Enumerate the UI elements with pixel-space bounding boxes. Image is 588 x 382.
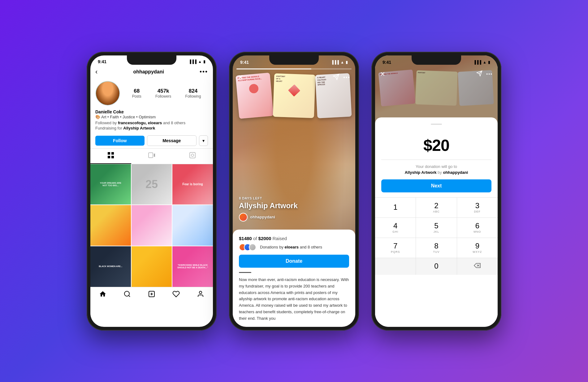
avatar (95, 81, 120, 106)
svg-marker-5 (154, 153, 155, 157)
follow-button[interactable]: Follow (95, 136, 145, 146)
status-bar-3: 9:41 ▐▐▐ ▲ ▮ (375, 55, 498, 66)
close-story-button[interactable]: ✕ (238, 73, 243, 81)
battery-icon-2: ▮ (346, 60, 348, 64)
fundraiser-sheet: $1480 of $2000 Raised Donations by eloea… (233, 230, 355, 327)
following-label: Following (185, 94, 201, 99)
grid-item-1[interactable]: YOUR DREAMS ARENOT TOO BIG... (90, 164, 131, 205)
key-empty (375, 258, 416, 275)
profile-header: ‹ ohhappydani ••• (90, 65, 213, 78)
profile-stats-row: 68 Posts 457k Followers 824 Following (90, 78, 213, 108)
profile-tabs (90, 148, 213, 164)
stat-followers[interactable]: 457k Followers (155, 88, 171, 99)
svg-point-8 (124, 291, 129, 296)
story-progress (236, 68, 352, 69)
donation-story-controls: ✕ ••• (375, 68, 498, 81)
phone-story: READING THE SIGNALSALLYSHIP DURING RACE.… (229, 52, 359, 331)
battery-icon-3: ▮ (488, 60, 490, 64)
posts-count: 68 (132, 88, 141, 94)
phone-donate: READING THE SIGNALS ANATOMY 9:41 ▐▐▐ ▲ ▮ (371, 52, 501, 331)
key-8[interactable]: 8 TUV (416, 238, 456, 258)
more-donation-button[interactable]: ••• (486, 72, 493, 77)
message-button[interactable]: Message (147, 135, 197, 146)
svg-point-13 (199, 291, 202, 294)
story-author-name: ohhappydani (250, 215, 275, 219)
wifi-icon: ▲ (198, 59, 202, 64)
signal-icon: ▐▐▐ (189, 59, 197, 64)
followers-label: Followers (155, 94, 171, 99)
nav-add[interactable] (148, 290, 155, 300)
story-title: Allyship Artwork (239, 201, 349, 210)
bottom-nav (90, 287, 213, 305)
close-donation-button[interactable]: ✕ (380, 70, 385, 78)
grid-item-4[interactable] (90, 205, 131, 246)
key-delete[interactable] (457, 258, 498, 275)
numeric-keypad: 1 2 ABC 3 DEF 4 GHI 5 JKL (375, 197, 498, 275)
photo-grid: YOUR DREAMS ARENOT TOO BIG... 25 Fear is… (90, 164, 213, 287)
grid-item-3[interactable]: Fear is boring (172, 164, 213, 205)
stats-container: 68 Posts 457k Followers 824 Following (125, 88, 208, 99)
donation-controls-right: ••• (476, 70, 493, 78)
grid-item-5[interactable] (132, 205, 172, 246)
amount-value: $20 (387, 136, 485, 155)
tab-grid[interactable] (90, 149, 131, 164)
signal-icon-3: ▐▐▐ (473, 60, 482, 64)
donor-avatars (239, 244, 254, 251)
profile-info: Danielle Coke 🎨 Art • Faith • Justice • … (90, 108, 213, 133)
following-count: 824 (185, 88, 201, 94)
time-3: 9:41 (383, 60, 391, 65)
grid-item-8[interactable] (132, 246, 172, 287)
key-2[interactable]: 2 ABC (416, 198, 456, 217)
key-0[interactable]: 0 (416, 258, 456, 275)
stat-posts[interactable]: 68 Posts (132, 88, 141, 99)
followers-count: 457k (155, 88, 171, 94)
nav-profile[interactable] (197, 290, 204, 300)
donation-info: Your donation will go to Allyship Artwor… (375, 160, 498, 179)
nav-search[interactable] (123, 290, 131, 300)
more-button[interactable]: ••• (200, 68, 208, 75)
send-donation-button[interactable] (476, 70, 482, 78)
svg-rect-1 (111, 152, 114, 155)
stat-following[interactable]: 824 Following (185, 88, 201, 99)
grid-item-7[interactable]: BLACK WOMEN ARE... (90, 246, 131, 287)
profile-bio: 🎨 Art • Faith • Justice • Optimism (95, 114, 208, 120)
profile-fundraise: Fundraising for Allyship Artwork (95, 126, 208, 130)
donors-text: Donations by eloears and 8 others (260, 245, 322, 249)
svg-rect-3 (111, 156, 114, 158)
key-1[interactable]: 1 (375, 198, 416, 217)
key-3[interactable]: 3 DEF (457, 198, 498, 217)
send-story-button[interactable] (333, 73, 339, 82)
time-2: 9:41 (240, 60, 249, 65)
story-progress-fill (236, 68, 311, 69)
profile-followed: Followed by francescofogu, eloears and 8… (95, 121, 208, 125)
key-9[interactable]: 9 WXYZ (457, 238, 498, 258)
key-7[interactable]: 7 PQRS (375, 238, 416, 258)
status-icons-1: ▐▐▐ ▲ ▮ (189, 59, 205, 64)
status-bar-2: 9:41 ▐▐▐ ▲ ▮ (233, 55, 355, 66)
donate-button[interactable]: Donate (239, 255, 349, 268)
grid-item-6[interactable] (172, 205, 213, 246)
svg-rect-2 (108, 156, 110, 158)
tab-tagged[interactable] (172, 149, 213, 164)
fundraiser-description: Now more than ever, anti-racism educatio… (239, 277, 349, 322)
grid-item-9[interactable]: "EXERCISING WHILE BLACK SHOULD NOT BE A … (172, 246, 213, 287)
profile-name: Danielle Coke (95, 109, 208, 114)
story-author-row: ohhappydani (239, 213, 349, 222)
fundraiser-raised: $1480 of $2000 Raised (239, 236, 349, 241)
key-4[interactable]: 4 GHI (375, 218, 416, 238)
nav-heart[interactable] (172, 290, 180, 300)
key-5[interactable]: 5 JKL (416, 218, 456, 238)
next-button[interactable]: Next (381, 179, 491, 192)
profile-actions: Follow Message ▾ (90, 133, 213, 148)
nav-home[interactable] (99, 290, 106, 300)
status-icons-2: ▐▐▐ ▲ ▮ (331, 60, 348, 64)
key-6[interactable]: 6 MNO (457, 218, 498, 238)
battery-icon: ▮ (203, 59, 205, 64)
more-story-button[interactable]: ••• (343, 75, 350, 80)
back-button[interactable]: ‹ (95, 68, 97, 76)
dropdown-button[interactable]: ▾ (199, 135, 208, 146)
divider (239, 272, 251, 273)
svg-rect-0 (108, 152, 110, 155)
grid-item-2[interactable]: 25 (132, 164, 172, 205)
tab-video[interactable] (131, 149, 172, 164)
